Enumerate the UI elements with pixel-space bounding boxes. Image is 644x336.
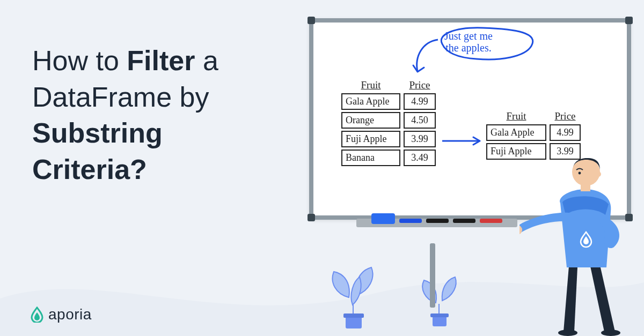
svg-point-7: [558, 330, 577, 336]
plant-icon: [322, 256, 386, 331]
col-header: Fruit: [486, 110, 546, 122]
marker-icon: [480, 219, 502, 223]
brand-logo: aporia: [30, 306, 92, 323]
svg-point-8: [601, 330, 620, 336]
col-header: Price: [550, 110, 581, 122]
eraser-icon: [371, 213, 395, 224]
arrow-right-icon: [441, 136, 485, 146]
person-illustration: [519, 132, 638, 336]
col-header: Price: [404, 79, 436, 91]
whiteboard-tray: [356, 219, 517, 227]
svg-point-12: [596, 171, 601, 177]
source-table: Fruit Price Gala Apple4.99 Orange4.50 Fu…: [341, 79, 436, 168]
marker-icon: [453, 219, 475, 223]
arrow-down-icon: [407, 36, 444, 83]
plant-icon: [413, 266, 467, 331]
page-title: How to Filter a DataFrame by Substring C…: [32, 43, 290, 188]
marker-icon: [399, 219, 422, 223]
brand-name: aporia: [48, 306, 92, 323]
svg-point-13: [579, 172, 581, 175]
svg-rect-5: [430, 313, 449, 317]
whiteboard-stand: [430, 243, 435, 308]
table-row: Banana3.49: [341, 150, 436, 166]
svg-rect-2: [343, 313, 364, 318]
marker-icon: [426, 219, 449, 223]
table-row: Gala Apple4.99: [341, 93, 436, 110]
table-row: Orange4.50: [341, 112, 436, 129]
droplet-icon: [30, 307, 44, 323]
col-header: Fruit: [341, 79, 400, 91]
table-row: Fuji Apple3.99: [341, 131, 436, 147]
speech-bubble: Just get me the apples.: [444, 30, 493, 54]
